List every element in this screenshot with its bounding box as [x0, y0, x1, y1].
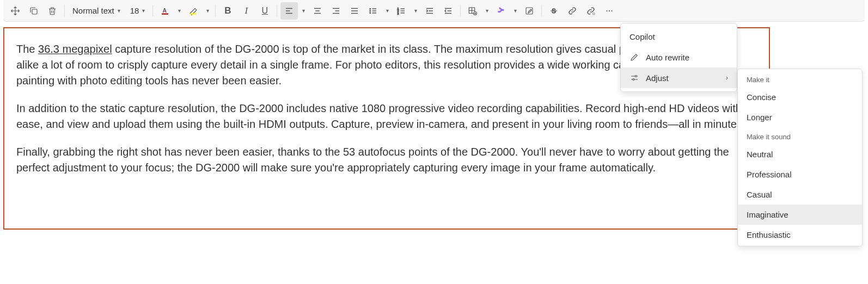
align-center-button[interactable]	[309, 2, 326, 20]
imaginative-item[interactable]: Imaginative	[738, 205, 862, 225]
link-button[interactable]	[564, 2, 581, 20]
chevron-down-icon: ▾	[206, 8, 209, 14]
svg-rect-3	[190, 13, 197, 14]
svg-point-6	[370, 13, 371, 14]
align-justify-button[interactable]	[346, 2, 363, 20]
edit-button[interactable]	[521, 2, 538, 20]
chevron-down-icon: ▾	[486, 8, 488, 14]
separator	[64, 5, 65, 17]
svg-text:A: A	[163, 7, 167, 14]
svg-point-5	[370, 10, 371, 11]
separator	[277, 5, 277, 17]
professional-item[interactable]: Professional	[738, 164, 862, 184]
increase-indent-button[interactable]	[421, 2, 438, 20]
svg-point-16	[609, 10, 610, 11]
numbered-list-button[interactable]: 123	[393, 2, 410, 20]
copilot-button[interactable]	[492, 2, 510, 20]
adjust-item[interactable]: Adjust ›	[621, 67, 737, 88]
font-size-label: 18	[130, 6, 139, 15]
font-color-button[interactable]: A	[156, 2, 174, 20]
svg-text:3: 3	[398, 11, 399, 15]
svg-point-17	[612, 10, 613, 11]
copilot-menu-title: Copilot	[621, 27, 737, 47]
highlight-button[interactable]	[185, 2, 202, 20]
more-button[interactable]	[601, 2, 618, 20]
align-chevron[interactable]: ▾	[299, 2, 308, 20]
font-color-chevron[interactable]: ▾	[175, 2, 184, 20]
align-left-button[interactable]	[280, 2, 298, 20]
text-style-select[interactable]: Normal text▾	[68, 2, 125, 20]
label: Auto rewrite	[646, 53, 689, 62]
strikethrough-button[interactable]: S	[545, 2, 563, 20]
chevron-down-icon: ▾	[142, 8, 145, 14]
bold-button[interactable]: B	[219, 2, 236, 20]
delete-button[interactable]	[44, 2, 61, 20]
label: Adjust	[646, 73, 669, 83]
toolbar: Normal text▾ 18▾ A ▾ ▾ B I U ▾ ▾ 123 ▾ ▾…	[3, 0, 865, 22]
chevron-down-icon: ▾	[514, 8, 517, 14]
chevron-down-icon: ▾	[414, 8, 417, 14]
pencil-icon	[629, 52, 639, 62]
longer-item[interactable]: Longer	[738, 107, 862, 127]
copilot-menu: Copilot Auto rewrite Adjust ›	[620, 23, 737, 92]
table-button[interactable]	[464, 2, 481, 20]
chevron-right-icon: ›	[726, 74, 728, 82]
paragraph-3: Finally, grabbing the right shot has nev…	[16, 144, 757, 176]
underline-button[interactable]: U	[256, 2, 273, 20]
separator	[460, 5, 461, 17]
copy-button[interactable]	[25, 2, 42, 20]
table-chevron[interactable]: ▾	[482, 2, 491, 20]
unlink-button[interactable]	[582, 2, 600, 20]
casual-item[interactable]: Casual	[738, 184, 862, 205]
italic-button[interactable]: I	[237, 2, 255, 20]
sliders-icon	[629, 73, 639, 83]
neutral-item[interactable]: Neutral	[738, 144, 862, 164]
svg-rect-2	[162, 13, 168, 14]
align-right-button[interactable]	[327, 2, 345, 20]
text: The	[16, 43, 38, 55]
move-button[interactable]	[7, 2, 24, 20]
svg-point-18	[635, 76, 637, 77]
label: Copilot	[629, 32, 655, 41]
style-select-label: Normal text	[72, 6, 114, 15]
auto-rewrite-item[interactable]: Auto rewrite	[621, 47, 737, 67]
decrease-indent-button[interactable]	[439, 2, 457, 20]
chevron-down-icon: ▾	[386, 8, 389, 14]
separator	[152, 5, 153, 17]
chevron-down-icon: ▾	[118, 8, 120, 14]
adjust-submenu: Make it Concise Longer Make it sound Neu…	[737, 69, 863, 246]
chevron-down-icon: ▾	[302, 8, 305, 14]
separator	[541, 5, 542, 17]
bullet-list-button[interactable]	[364, 2, 382, 20]
font-size-select[interactable]: 18▾	[126, 2, 150, 20]
enthusiastic-item[interactable]: Enthusiastic	[738, 225, 862, 245]
copilot-chevron[interactable]: ▾	[511, 2, 519, 20]
separator	[215, 5, 216, 17]
chevron-down-icon: ▾	[178, 8, 181, 14]
svg-point-15	[607, 10, 608, 11]
concise-item[interactable]: Concise	[738, 87, 862, 107]
submenu-header: Make it sound	[738, 127, 862, 144]
numbered-chevron[interactable]: ▾	[411, 2, 420, 20]
underlined-text: 36.3 megapixel	[38, 43, 112, 55]
paragraph-2: In addition to the static capture resolu…	[16, 101, 757, 132]
submenu-header: Make it	[738, 70, 862, 87]
svg-point-19	[633, 79, 634, 81]
bullet-chevron[interactable]: ▾	[383, 2, 392, 20]
highlight-chevron[interactable]: ▾	[203, 2, 212, 20]
svg-point-4	[370, 8, 371, 9]
svg-rect-0	[32, 9, 37, 14]
